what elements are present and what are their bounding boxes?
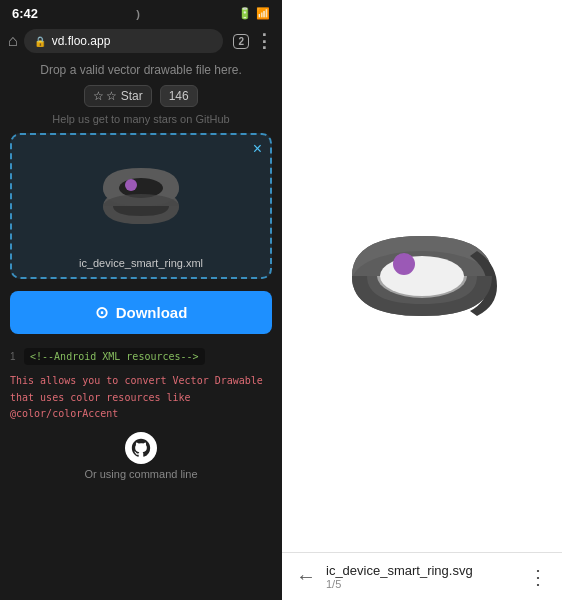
ring-icon-large: [322, 176, 522, 376]
battery-icon: 🔋: [238, 7, 252, 20]
bottom-bar: ← ic_device_smart_ring.svg 1/5 ⋮: [282, 552, 562, 600]
url-bar[interactable]: 🔒 vd.floo.app: [24, 29, 224, 53]
lock-icon: 🔒: [34, 36, 46, 47]
url-text: vd.floo.app: [52, 34, 111, 48]
star-count: 146: [160, 85, 198, 107]
browser-more-icon[interactable]: ⋮: [255, 30, 274, 52]
star-row: ☆ ☆ Star 146: [0, 81, 282, 111]
svg-point-9: [380, 256, 464, 296]
back-icon: ←: [296, 565, 316, 587]
line-number: 1: [10, 351, 16, 362]
svg-preview-area: [282, 0, 562, 552]
tab-count[interactable]: 2: [233, 34, 249, 49]
file-name: ic_device_smart_ring.xml: [20, 257, 262, 269]
star-icon: ☆: [93, 89, 104, 103]
file-card: × ic_device_smart_rin: [10, 133, 272, 279]
status-bar: 6:42 ) 🔋 📶: [0, 0, 282, 25]
back-button[interactable]: ←: [296, 565, 316, 588]
convert-text: This allows you to convert Vector Drawab…: [0, 366, 282, 424]
download-label: Download: [116, 304, 188, 321]
browser-bar: ⌂ 🔒 vd.floo.app 2 ⋮: [0, 25, 282, 57]
star-button[interactable]: ☆ ☆ Star: [84, 85, 151, 107]
url-actions: 2 ⋮: [233, 30, 274, 52]
status-icons: 🔋 📶: [238, 7, 270, 20]
svg-point-10: [393, 253, 415, 275]
close-button[interactable]: ×: [253, 141, 262, 157]
xml-section: 1 <!--Android XML resources-->: [0, 340, 282, 366]
download-button[interactable]: ⊙ Download: [10, 291, 272, 334]
status-ellipsis: ): [136, 8, 140, 20]
ring-preview: [20, 143, 262, 253]
left-panel: 6:42 ) 🔋 📶 ⌂ 🔒 vd.floo.app 2 ⋮ Drop a va…: [0, 0, 282, 600]
download-icon: ⊙: [95, 303, 108, 322]
right-panel: ← ic_device_smart_ring.svg 1/5 ⋮: [282, 0, 562, 600]
github-row: Or using command line: [0, 424, 282, 488]
convert-main-text: This allows you to convert Vector Drawab…: [10, 375, 263, 403]
github-help-text: Help us get to many stars on GitHub: [0, 111, 282, 127]
right-more-button[interactable]: ⋮: [528, 565, 548, 589]
xml-comment: <!--Android XML resources-->: [24, 348, 205, 365]
ring-icon-small: [91, 148, 191, 248]
github-icon[interactable]: [125, 432, 157, 464]
right-file-title: ic_device_smart_ring.svg: [326, 563, 518, 578]
right-more-icon: ⋮: [528, 566, 548, 588]
file-info: ic_device_smart_ring.svg 1/5: [326, 563, 518, 590]
status-time: 6:42: [12, 6, 38, 21]
convert-code: @color/colorAccent: [10, 408, 118, 419]
svg-point-5: [125, 179, 137, 191]
drop-zone-text: Drop a valid vector drawable file here.: [0, 57, 282, 81]
home-icon[interactable]: ⌂: [8, 32, 18, 50]
star-label: ☆ Star: [106, 89, 142, 103]
right-file-page: 1/5: [326, 578, 518, 590]
signal-icon: 📶: [256, 7, 270, 20]
github-logo: [130, 437, 152, 459]
cmdline-text: Or using command line: [84, 468, 197, 480]
